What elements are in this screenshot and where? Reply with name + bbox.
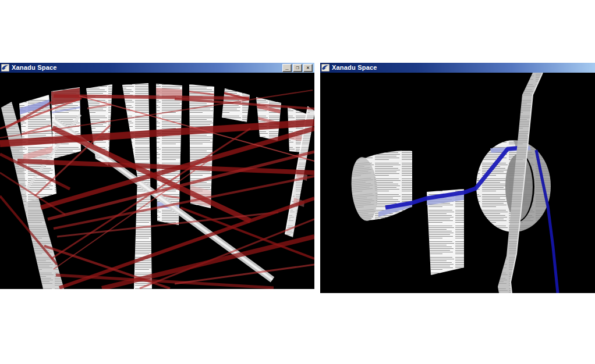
window-right-titlebar[interactable]: Xanadu Space xyxy=(320,63,595,73)
document-cylinders-scene[interactable] xyxy=(320,73,595,293)
window-left-title: Xanadu Space xyxy=(12,63,57,73)
document-ring-3d-view[interactable] xyxy=(0,73,314,289)
window-left: Xanadu Space _ ❐ ✕ xyxy=(0,63,314,289)
close-button[interactable]: ✕ xyxy=(303,64,313,72)
window-right-title: Xanadu Space xyxy=(332,63,377,73)
xanadu-logo-icon xyxy=(1,64,9,72)
minimize-button[interactable]: _ xyxy=(282,64,292,72)
restore-button[interactable]: ❐ xyxy=(293,64,302,72)
window-left-titlebar[interactable]: Xanadu Space _ ❐ ✕ xyxy=(0,63,314,73)
desktop: { "app": {"page_background": "#ffffff"},… xyxy=(0,0,595,364)
document-cylinders-3d-view[interactable] xyxy=(320,73,595,293)
window-left-controls: _ ❐ ✕ xyxy=(282,64,313,72)
xanadu-logo-icon xyxy=(321,64,330,72)
document-ring-scene[interactable] xyxy=(0,73,314,289)
window-right: Xanadu Space xyxy=(320,63,595,293)
